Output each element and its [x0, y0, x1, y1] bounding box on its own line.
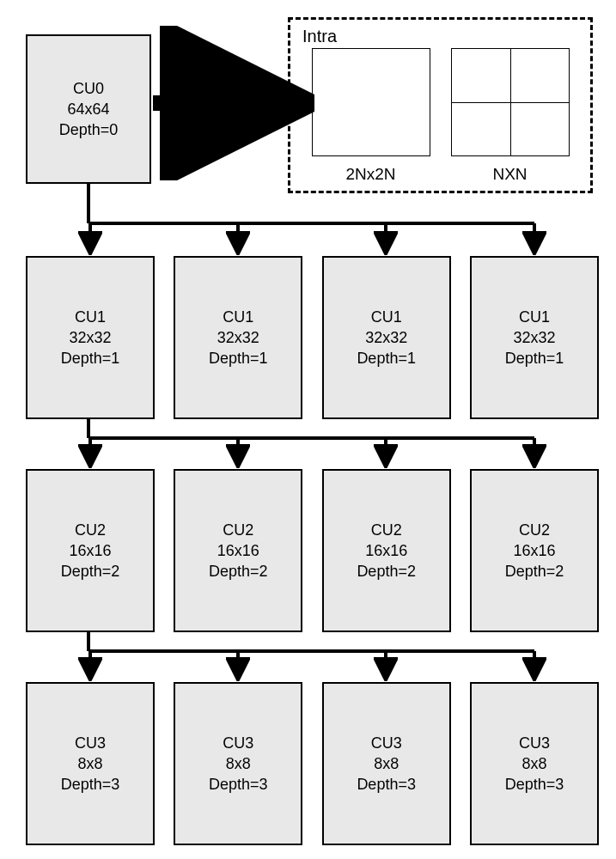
cu-depth: Depth=0	[59, 119, 119, 140]
cu-box: CU3 8x8 Depth=3	[174, 682, 302, 845]
cu-row-1: CU1 32x32 Depth=1 CU1 32x32 Depth=1 CU1 …	[26, 256, 599, 419]
cu-name: CU1	[223, 307, 253, 327]
cu-box: CU2 16x16 Depth=2	[470, 469, 599, 632]
cu-size: 8x8	[77, 753, 102, 774]
cu-depth: Depth=2	[357, 561, 416, 582]
connector-row1	[88, 419, 534, 466]
cu-box: CU1 32x32 Depth=1	[174, 256, 302, 419]
cu-box: CU1 32x32 Depth=1	[26, 256, 155, 419]
pu-nxn: NXN	[451, 48, 570, 184]
cu-box: CU1 32x32 Depth=1	[470, 256, 599, 419]
cu-size: 8x8	[374, 753, 399, 774]
cu-root-box: CU0 64x64 Depth=0	[26, 34, 151, 184]
cu-depth: Depth=2	[209, 561, 268, 582]
cu-name: CU1	[519, 307, 550, 327]
cu-size: 16x16	[217, 540, 259, 561]
pu-2nx2n-square	[312, 48, 430, 156]
connector-row0	[88, 184, 534, 253]
cu-depth: Depth=2	[505, 561, 564, 582]
cu-depth: Depth=1	[209, 348, 268, 369]
cu-size: 16x16	[365, 540, 407, 561]
cu-depth: Depth=3	[209, 774, 268, 795]
cu-depth: Depth=3	[61, 774, 120, 795]
cu-depth: Depth=1	[505, 348, 564, 369]
cu-row-3: CU3 8x8 Depth=3 CU3 8x8 Depth=3 CU3 8x8 …	[26, 682, 599, 845]
cu-name: CU1	[371, 307, 402, 327]
cu-depth: Depth=1	[61, 348, 120, 369]
cu-size: 16x16	[69, 540, 111, 561]
cu-box: CU3 8x8 Depth=3	[322, 682, 451, 845]
cu-box: CU3 8x8 Depth=3	[470, 682, 599, 845]
pu-nxn-label: NXN	[492, 165, 527, 184]
pu-2nx2n-label: 2Nx2N	[345, 165, 395, 184]
cu-size: 32x32	[69, 327, 111, 348]
cu-name: CU2	[223, 520, 253, 540]
cu-box: CU2 16x16 Depth=2	[26, 469, 155, 632]
cu-name: CU1	[75, 307, 106, 327]
cu-depth: Depth=2	[61, 561, 120, 582]
pu-2nx2n: 2Nx2N	[312, 48, 430, 184]
cu-box: CU2 16x16 Depth=2	[322, 469, 451, 632]
connector-row2	[88, 632, 534, 679]
cu-box: CU2 16x16 Depth=2	[174, 469, 302, 632]
cu-size: 8x8	[521, 753, 546, 774]
intra-body: 2Nx2N NXN	[299, 48, 582, 184]
cu-name: CU2	[371, 520, 402, 540]
pu-nxn-square	[451, 48, 570, 156]
cu-size: 64x64	[67, 99, 109, 119]
cu-size: 16x16	[513, 540, 555, 561]
cu-size: 32x32	[217, 327, 259, 348]
cu-size: 32x32	[365, 327, 407, 348]
cu-name: CU3	[519, 733, 550, 753]
cu-size: 32x32	[513, 327, 555, 348]
cu-name: CU3	[371, 733, 402, 753]
cu-depth: Depth=3	[505, 774, 564, 795]
cu-name: CU3	[223, 733, 253, 753]
cu-name: CU2	[519, 520, 550, 540]
cu-size: 8x8	[226, 753, 251, 774]
intra-title: Intra	[302, 27, 582, 46]
cu-depth: Depth=1	[357, 348, 416, 369]
cu-row-2: CU2 16x16 Depth=2 CU2 16x16 Depth=2 CU2 …	[26, 469, 599, 632]
cu-name: CU2	[75, 520, 106, 540]
cu-depth: Depth=3	[357, 774, 416, 795]
cu-name: CU0	[73, 78, 104, 99]
intra-panel: Intra 2Nx2N NXN	[288, 17, 593, 193]
cu-name: CU3	[75, 733, 106, 753]
cu-box: CU3 8x8 Depth=3	[26, 682, 155, 845]
cu-box: CU1 32x32 Depth=1	[322, 256, 451, 419]
